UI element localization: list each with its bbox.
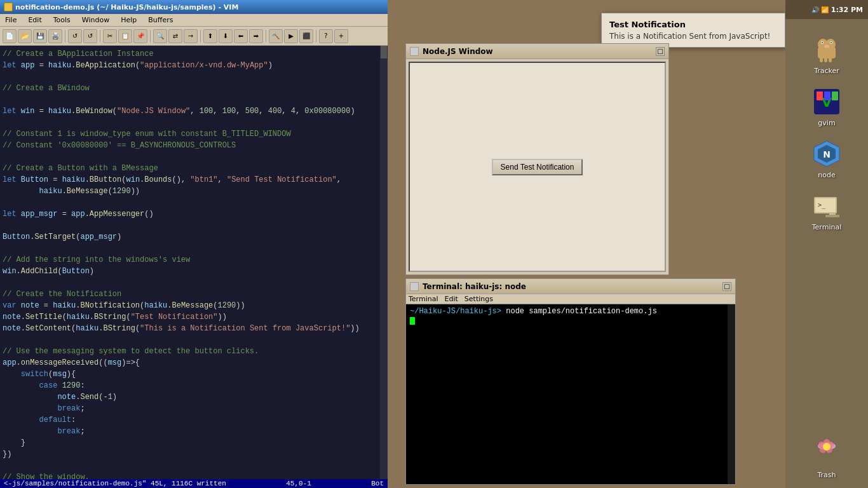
terminal-icon: >_ <box>811 191 842 221</box>
desktop-icons-panel: 🔊 📶 1:32 PM Tracker <box>785 0 868 488</box>
svg-text:N: N <box>823 149 831 159</box>
toolbar-save[interactable]: 💾 <box>33 29 47 43</box>
toolbar-cut[interactable]: ✂ <box>103 29 117 43</box>
toolbar-refresh[interactable]: ↺ <box>68 29 82 43</box>
notification-popup: Test Notification This is a Notification… <box>601 13 785 48</box>
vim-statusbar-pos: 45,0-1 <box>286 480 311 487</box>
svg-rect-10 <box>820 57 823 62</box>
vim-scrollbar[interactable] <box>380 46 388 479</box>
toolbar-run[interactable]: ▶ <box>284 29 298 43</box>
vim-menu-window[interactable]: Window <box>79 15 112 25</box>
toolbar-sep3 <box>150 30 151 43</box>
toolbar-copy[interactable]: 📋 <box>118 29 132 43</box>
svg-rect-16 <box>824 92 831 100</box>
vim-menu-edit[interactable]: Edit <box>25 15 44 25</box>
toolbar-new[interactable]: 📄 <box>3 29 17 43</box>
toolbar-find[interactable]: 🔍 <box>153 29 167 43</box>
toolbar-nav1[interactable]: ⬆ <box>203 29 217 43</box>
toolbar-next[interactable]: → <box>184 29 198 43</box>
svg-rect-0 <box>818 47 836 58</box>
gvim-icon-label: gvim <box>818 119 835 127</box>
vim-code-text: // Create a BApplication Instance let ap… <box>0 46 388 479</box>
svg-rect-24 <box>825 215 839 217</box>
terminal-icon-label: Terminal <box>812 223 842 231</box>
terminal-scrollbar[interactable] <box>728 304 735 484</box>
vim-title-icon <box>4 3 13 11</box>
terminal-window: Terminal: haiku-js: node □ Terminal Edit… <box>405 278 736 485</box>
vim-toolbar: 📄 📂 💾 🖨️ ↺ ↺ ✂ 📋 📌 🔍 ⇄ → ⬆ ⬇ ⬅ ➡ 🔨 ▶ ⬛ ?… <box>0 27 388 46</box>
node-icon-label: node <box>818 171 835 179</box>
vim-editor-window: notification-demo.js (~/ Haiku-JS/haiku-… <box>0 0 388 488</box>
toolbar-sep1 <box>65 30 65 43</box>
toolbar-nav4[interactable]: ➡ <box>249 29 263 43</box>
terminal-titlebar: Terminal: haiku-js: node □ <box>406 279 735 294</box>
desktop-icon-trash[interactable]: Trash <box>795 436 858 482</box>
terminal-menu-edit[interactable]: Edit <box>445 295 458 303</box>
svg-point-7 <box>822 42 823 43</box>
trash-icon-label: Trash <box>817 471 836 479</box>
vim-menubar: File Edit Tools Window Help Buffers <box>0 14 388 27</box>
terminal-close-button[interactable]: □ <box>722 282 731 291</box>
nodejs-close-button[interactable]: □ <box>656 47 665 56</box>
toolbar-nav2[interactable]: ⬇ <box>219 29 233 43</box>
toolbar-more[interactable]: + <box>334 29 348 43</box>
vim-titlebar: notification-demo.js (~/ Haiku-JS/haiku-… <box>0 0 388 14</box>
terminal-command: node samples/notification-demo.js <box>501 307 657 316</box>
svg-point-33 <box>823 443 831 451</box>
terminal-cursor <box>410 317 415 325</box>
toolbar-hammer[interactable]: 🔨 <box>269 29 283 43</box>
clock-bar: 🔊 📶 1:32 PM <box>785 0 868 19</box>
desktop-icon-node[interactable]: N node <box>795 136 858 182</box>
toolbar-paste[interactable]: 📌 <box>133 29 147 43</box>
terminal-prompt: ~/Haiku-JS/haiku-js> <box>410 307 501 316</box>
svg-rect-23 <box>829 212 836 215</box>
clock-display: 1:32 PM <box>831 6 863 14</box>
terminal-menu-terminal[interactable]: Terminal <box>409 295 438 303</box>
tracker-icon <box>811 34 842 65</box>
vim-statusbar-file: <-js/samples/notification-demo.js" 45L, … <box>4 480 226 487</box>
nodejs-content-area[interactable]: Send Test Notification <box>409 62 666 272</box>
vim-menu-buffers[interactable]: Buffers <box>146 15 175 25</box>
toolbar-nav3[interactable]: ⬅ <box>234 29 248 43</box>
terminal-content-area[interactable]: ~/Haiku-JS/haiku-js> node samples/notifi… <box>406 304 735 484</box>
toolbar-undo[interactable]: ↺ <box>83 29 97 43</box>
trash-icon-img <box>811 438 842 469</box>
notification-text: This is a Notification Sent from JavaScr… <box>609 32 777 41</box>
toolbar-sep4 <box>200 30 201 43</box>
svg-rect-15 <box>817 92 823 100</box>
svg-point-8 <box>831 42 832 43</box>
toolbar-sep5 <box>266 30 266 43</box>
svg-rect-12 <box>829 57 832 62</box>
notification-title: Test Notification <box>609 20 777 29</box>
vim-modeline: <-js/samples/notification-demo.js" 45L, … <box>0 479 388 488</box>
desktop-icon-gvim[interactable]: V gvim <box>795 84 858 130</box>
toolbar-print[interactable]: 🖨️ <box>48 29 62 43</box>
vim-statusbar-mode: Bot <box>371 480 384 487</box>
toolbar-debug[interactable]: ⬛ <box>299 29 313 43</box>
vim-menu-tools[interactable]: Tools <box>51 15 73 25</box>
terminal-window-icon <box>410 282 419 291</box>
nodejs-window: Node.JS Window □ Send Test Notification <box>405 43 669 275</box>
node-icon: N <box>811 139 842 169</box>
nodejs-title-text: Node.JS Window <box>423 47 493 56</box>
vim-scrollbar-thumb <box>381 46 387 58</box>
toolbar-help[interactable]: ? <box>319 29 333 43</box>
tracker-icon-label: Tracker <box>814 67 839 75</box>
svg-text:>_: >_ <box>818 201 826 209</box>
nodejs-window-icon <box>410 47 419 56</box>
toolbar-open[interactable]: 📂 <box>18 29 32 43</box>
terminal-menu-settings[interactable]: Settings <box>465 295 493 303</box>
nodejs-send-button[interactable]: Send Test Notification <box>492 159 583 175</box>
toolbar-replace[interactable]: ⇄ <box>168 29 182 43</box>
desktop-icon-tracker[interactable]: Tracker <box>795 32 858 78</box>
vim-menu-file[interactable]: File <box>3 15 19 25</box>
nodejs-titlebar: Node.JS Window □ <box>406 44 668 59</box>
vim-code-area[interactable]: // Create a BApplication Instance let ap… <box>0 46 388 479</box>
desktop-icon-terminal[interactable]: >_ Terminal <box>795 188 858 234</box>
svg-rect-11 <box>824 57 827 62</box>
svg-point-9 <box>824 45 829 48</box>
toolbar-sep2 <box>100 30 100 43</box>
clock-icons: 🔊 📶 <box>811 6 829 13</box>
vim-menu-help[interactable]: Help <box>118 15 139 25</box>
gvim-icon: V <box>811 86 842 117</box>
